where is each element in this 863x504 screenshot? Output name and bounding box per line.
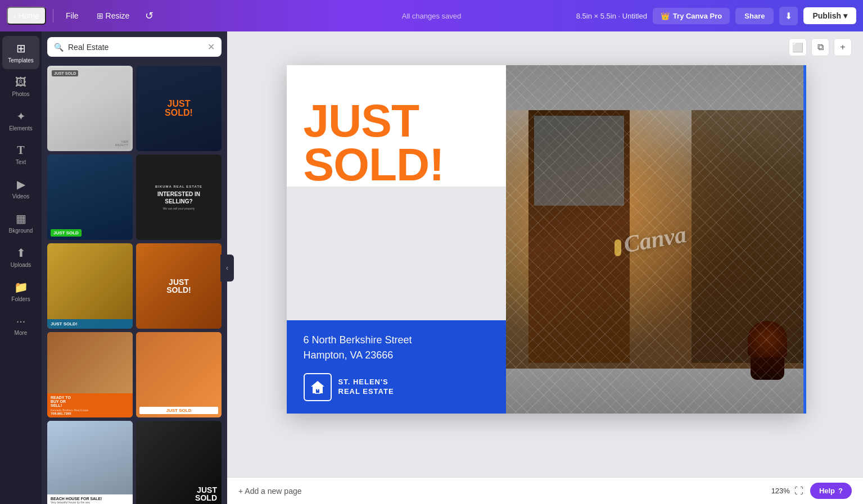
plant-pot — [748, 321, 787, 380]
add-page-button[interactable]: + Add a new page — [238, 487, 302, 496]
download-icon: ⬇ — [785, 11, 792, 21]
uploads-nav-label: Uploads — [11, 262, 31, 268]
topbar-right: 8.5in × 5.5in · Untitled 👑 Try Canva Pro… — [576, 7, 856, 25]
try-pro-button[interactable]: 👑 Try Canva Pro — [653, 8, 730, 24]
folders-nav-label: Folders — [11, 296, 30, 302]
templates-panel: 🔍 ✕ JUST SOLD Y&MREALTY — [42, 31, 227, 504]
headline-line2: SOLD! — [304, 143, 489, 187]
template-item[interactable]: BIKUMA REAL ESTATE INTERESTED INSELLING?… — [136, 155, 222, 240]
sidebar-item-folders[interactable]: 📁 Folders — [2, 275, 39, 308]
sidebar-item-photos[interactable]: 🖼 Photos — [2, 70, 39, 103]
home-button[interactable]: ‹ Home — [7, 7, 46, 25]
sidebar-item-videos[interactable]: ▶ Videos — [2, 172, 39, 205]
template-item[interactable]: JUST SOLD — [136, 332, 222, 417]
videos-nav-label: Videos — [12, 193, 29, 199]
clear-icon[interactable]: ✕ — [207, 42, 215, 52]
topbar-left: ‹ Home File ⊞ Resize ↺ All changes saved — [7, 6, 572, 25]
doc-title: 8.5in × 5.5in · Untitled — [576, 12, 647, 20]
design-blue-bar: 6 North Berkshire Street Hampton, VA 236… — [287, 320, 506, 414]
copy-icon: ⧉ — [817, 42, 824, 52]
uploads-icon: ⬆ — [16, 246, 26, 260]
text-icon: T — [17, 144, 24, 157]
design-card[interactable]: JUST SOLD! 6 North Berkshire Street Hamp… — [287, 65, 804, 414]
design-address: 6 North Berkshire Street Hampton, VA 236… — [304, 333, 489, 363]
design-brand: ST. HELEN'S REAL ESTATE — [304, 373, 489, 401]
background-nav-label: Bkground — [9, 228, 33, 234]
template-item[interactable]: BEACH HOUSE FOR SALE! Very beautiful hou… — [47, 421, 133, 504]
template-item[interactable]: READY TO BUY OR SELL! Kennedy Brothers R… — [47, 332, 133, 417]
brand-line2: REAL ESTATE — [338, 387, 394, 397]
template-item[interactable]: JUST SOLD — [47, 155, 133, 240]
sidebar-item-elements[interactable]: ✦ Elements — [2, 104, 39, 137]
sidebar-item-text[interactable]: T Text — [2, 138, 39, 171]
frame-icon: ⬜ — [792, 42, 803, 53]
template-item[interactable]: JUST SOLD! — [136, 66, 222, 151]
canvas-add-button[interactable]: + — [834, 38, 852, 56]
sidebar-item-background[interactable]: ▦ Bkground — [2, 206, 39, 239]
design-left-panel: JUST SOLD! — [287, 65, 506, 187]
file-label: File — [66, 11, 79, 20]
zoom-controls: 123% ⛶ — [771, 486, 803, 496]
address-line2: Hampton, VA 23666 — [304, 348, 489, 363]
resize-label: Resize — [106, 11, 130, 20]
file-menu-button[interactable]: File — [60, 8, 84, 24]
sidebar-item-more[interactable]: ··· More — [2, 309, 39, 342]
publish-button[interactable]: Publish ▾ — [803, 7, 856, 24]
address-line1: 6 North Berkshire Street — [304, 333, 489, 348]
house-icon — [304, 373, 332, 401]
home-label: Home — [19, 11, 39, 20]
photos-icon: 🖼 — [15, 76, 26, 89]
elements-nav-label: Elements — [9, 125, 33, 131]
photos-nav-label: Photos — [12, 91, 29, 97]
help-label: Help — [819, 487, 835, 495]
zoom-fit-button[interactable]: ⛶ — [794, 486, 803, 496]
search-input[interactable] — [68, 43, 203, 52]
undo-button[interactable]: ↺ — [142, 6, 157, 25]
videos-icon: ▶ — [17, 178, 25, 191]
sidebar-item-templates[interactable]: ⊞ Templates — [2, 36, 39, 69]
design-headline: JUST SOLD! — [304, 99, 489, 187]
template-item[interactable]: JUST SOLD Y&MREALTY — [47, 66, 133, 151]
template-item[interactable]: JUSTSOLD — [136, 421, 222, 504]
publish-label: Publish — [812, 11, 841, 20]
chevron-left-icon: ‹ — [13, 11, 16, 20]
templates-panel-wrapper: 🔍 ✕ JUST SOLD Y&MREALTY — [42, 31, 227, 504]
more-icon: ··· — [16, 315, 26, 328]
canvas-copy-button[interactable]: ⧉ — [811, 38, 829, 56]
ceiling-area — [506, 65, 804, 110]
sidebar-item-uploads[interactable]: ⬆ Uploads — [2, 240, 39, 274]
try-pro-label: Try Canva Pro — [673, 12, 722, 20]
search-bar: 🔍 ✕ — [47, 37, 222, 57]
templates-grid: JUST SOLD Y&MREALTY JUST SOLD! — [42, 62, 227, 504]
templates-icon: ⊞ — [16, 42, 26, 55]
resize-button[interactable]: ⊞ Resize — [91, 8, 135, 24]
main-layout: ⊞ Templates 🖼 Photos ✦ Elements T Text ▶… — [0, 31, 863, 504]
crown-icon: 👑 — [661, 12, 670, 20]
headline-line1: JUST — [304, 99, 489, 143]
door-frame — [528, 110, 630, 363]
help-button[interactable]: Help ? — [810, 483, 852, 499]
topbar: ‹ Home File ⊞ Resize ↺ All changes saved… — [0, 0, 863, 31]
canvas-scroll-area[interactable]: JUST SOLD! 6 North Berkshire Street Hamp… — [227, 31, 863, 477]
collapse-panel-button[interactable]: ‹ — [220, 255, 234, 281]
templates-nav-label: Templates — [8, 57, 34, 63]
share-label: Share — [744, 12, 765, 20]
plus-icon: + — [840, 42, 845, 52]
elements-icon: ✦ — [16, 110, 26, 123]
text-nav-label: Text — [16, 159, 26, 165]
svg-point-1 — [317, 389, 318, 391]
add-page-label: + Add a new page — [238, 487, 302, 496]
fullscreen-icon: ⛶ — [794, 486, 803, 496]
brand-name: ST. HELEN'S REAL ESTATE — [338, 378, 394, 397]
more-nav-label: More — [15, 330, 28, 336]
background-icon: ▦ — [16, 212, 26, 225]
search-icon: 🔍 — [54, 43, 64, 52]
zoom-level: 123% — [771, 487, 790, 495]
design-right-photo: Canva — [506, 65, 804, 414]
share-button[interactable]: Share — [735, 8, 774, 24]
canvas-frame-button[interactable]: ⬜ — [789, 38, 807, 56]
template-item[interactable]: JUST SOLD! — [47, 243, 133, 329]
download-button[interactable]: ⬇ — [779, 7, 798, 25]
brand-line1: ST. HELEN'S — [338, 378, 394, 387]
template-item[interactable]: JUSTSOLD! — [136, 243, 222, 329]
